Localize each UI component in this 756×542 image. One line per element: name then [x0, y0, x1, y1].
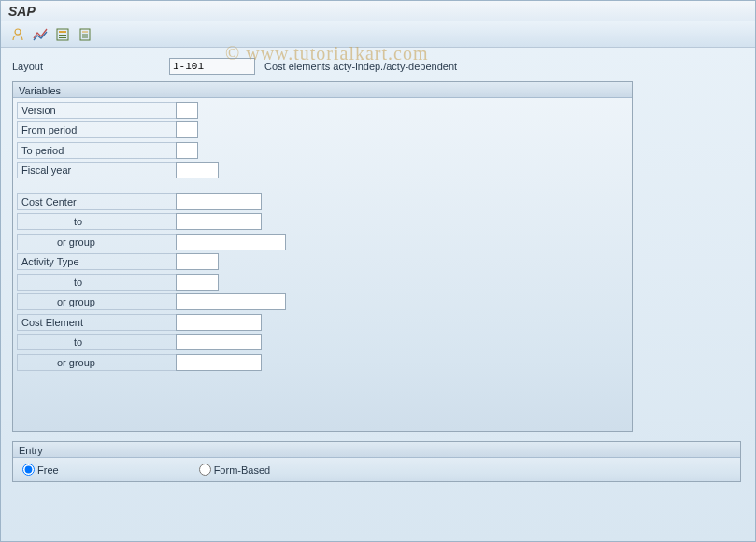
to-period-input[interactable] [176, 142, 198, 159]
activity-type-group-row: or group [13, 292, 632, 313]
chart-icon[interactable] [33, 27, 48, 42]
cost-center-row: Cost Center [13, 192, 632, 212]
to-period-label: To period [17, 142, 176, 159]
entry-form-based-radio[interactable]: Form-Based [199, 464, 271, 476]
user-icon[interactable] [10, 27, 25, 42]
cost-element-label: Cost Element [17, 314, 176, 331]
cost-element-to-input[interactable] [176, 334, 262, 350]
app-title: SAP [8, 4, 36, 19]
svg-rect-4 [59, 37, 66, 38]
cost-element-row: Cost Element [13, 312, 632, 333]
variables-group: Variables Version From period To period … [12, 81, 633, 432]
cost-center-group-label: or group [17, 234, 176, 250]
cost-element-to-row: to [13, 333, 632, 353]
entry-free-label: Free [37, 464, 59, 476]
cost-center-group-input[interactable] [176, 234, 286, 250]
cost-element-to-label: to [17, 334, 176, 350]
cost-center-label: Cost Center [17, 193, 176, 210]
version-input[interactable] [176, 102, 198, 119]
cost-element-group-row: or group [13, 352, 632, 373]
notepad-icon[interactable] [78, 27, 93, 42]
activity-type-group-label: or group [17, 293, 176, 310]
variables-body: Version From period To period Fiscal yea… [13, 98, 632, 431]
entry-group: Entry Free Form-Based [12, 441, 741, 482]
title-bar: SAP [1, 1, 755, 21]
entry-body: Free Form-Based [13, 458, 740, 481]
cost-element-group-input[interactable] [176, 354, 262, 371]
fiscal-year-label: Fiscal year [17, 162, 176, 178]
toolbar [1, 21, 755, 48]
activity-type-to-input[interactable] [176, 274, 219, 291]
from-period-row: From period [13, 121, 632, 141]
entry-form-based-input[interactable] [199, 464, 211, 476]
activity-type-to-row: to [13, 272, 632, 292]
fiscal-year-input[interactable] [176, 162, 219, 178]
entry-form-based-label: Form-Based [214, 464, 271, 476]
to-period-row: To period [13, 140, 632, 161]
entry-free-input[interactable] [22, 464, 35, 476]
cost-center-input[interactable] [176, 193, 262, 210]
cost-center-group-row: or group [13, 232, 632, 252]
main-area: Layout Cost elements acty-indep./acty-de… [1, 48, 755, 541]
from-period-input[interactable] [176, 121, 198, 138]
cost-center-to-row: to [13, 212, 632, 233]
activity-type-input[interactable] [176, 253, 219, 270]
cost-element-input[interactable] [176, 314, 262, 331]
cost-element-group-label: or group [17, 354, 176, 371]
from-period-label: From period [17, 121, 176, 138]
activity-type-row: Activity Type [13, 252, 632, 273]
svg-point-0 [15, 29, 21, 35]
layout-row: Layout Cost elements acty-indep./acty-de… [12, 57, 744, 76]
activity-type-label: Activity Type [17, 253, 176, 270]
activity-type-to-label: to [17, 274, 176, 291]
form-icon[interactable] [55, 27, 70, 42]
entry-header: Entry [13, 442, 740, 458]
entry-free-radio[interactable]: Free [22, 464, 59, 476]
variables-header: Variables [13, 82, 632, 98]
version-label: Version [17, 102, 176, 119]
layout-description: Cost elements acty-indep./acty-dependent [264, 61, 457, 72]
activity-type-group-input[interactable] [176, 293, 286, 310]
svg-rect-3 [59, 35, 66, 36]
cost-center-to-input[interactable] [176, 213, 262, 230]
version-row: Version [13, 100, 632, 121]
layout-label: Layout [12, 61, 169, 72]
fiscal-year-row: Fiscal year [13, 161, 632, 181]
cost-center-to-label: to [17, 213, 176, 230]
svg-rect-2 [59, 31, 66, 33]
layout-input[interactable] [169, 58, 255, 75]
